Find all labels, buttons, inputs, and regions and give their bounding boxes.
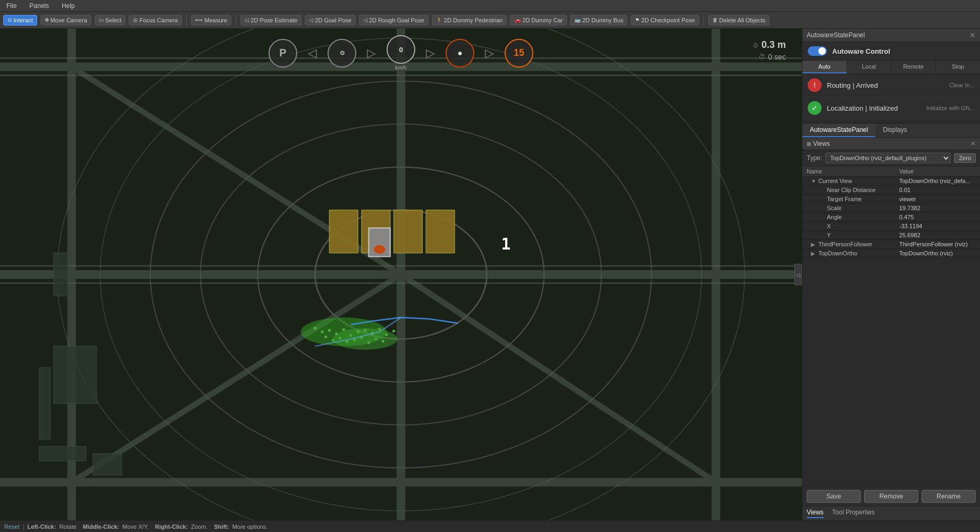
speed-indicator: 0 <box>387 35 415 64</box>
localization-status-text: Localization | Initialized <box>827 104 921 112</box>
tree-expand-icon: ▼ <box>811 178 817 184</box>
tree-scale[interactable]: Scale 19.7382 <box>802 204 980 213</box>
panel-tab-row: AutowareStatePanel Displays <box>802 123 980 138</box>
pose-estimate-button[interactable]: ◁ 2D Pose Estimate <box>240 15 301 26</box>
tree-third-person[interactable]: ▶ ThirdPersonFollower ThirdPersonFollowe… <box>802 240 980 249</box>
shift-label: Shift: <box>214 523 229 530</box>
views-zero-btn[interactable]: Zero <box>954 153 976 163</box>
routing-status-text: Routing | Arrived <box>827 81 944 89</box>
dummy-ped-button[interactable]: 🚶 2D Dummy Pedestrian <box>432 15 507 26</box>
autoware-control-label: Autoware Control <box>832 47 890 55</box>
interact-button[interactable]: ⊙ Interact <box>3 15 37 26</box>
select-button[interactable]: ▭ Select <box>95 15 126 26</box>
svg-point-39 <box>357 330 359 333</box>
tree-x[interactable]: X -33.1194 <box>802 222 980 231</box>
menu-help[interactable]: Help <box>60 1 77 11</box>
dummy-ped-icon: 🚶 <box>436 17 442 23</box>
localization-status-row: ✓ Localization | Initialized Initialize … <box>802 97 980 120</box>
dummy-car-button[interactable]: 🚗 2D Dummy Car <box>510 15 567 26</box>
tree-y-value: 25.6982 <box>895 232 980 238</box>
viewport[interactable]: 1 P ◁ ⊙ ▷ 0 km/h ▷ ● ▷ 15 <box>0 29 802 520</box>
bottom-tabs: Views Tool Properties <box>802 506 980 520</box>
views-icon: ⊞ <box>807 141 811 147</box>
views-tree[interactable]: Name Value ▼ Current View TopDownOrtho (… <box>802 167 980 486</box>
status-sep-1: | <box>23 523 24 530</box>
menu-file[interactable]: File <box>4 1 19 11</box>
views-close-icon[interactable]: ✕ <box>970 140 976 147</box>
autoware-panel-close[interactable]: ✕ <box>969 31 976 39</box>
statusbar: Reset | Left-Click: Rotate Middle-Click:… <box>0 520 980 532</box>
svg-point-45 <box>324 335 327 338</box>
svg-rect-23 <box>93 454 122 475</box>
rough-goal-icon: ◁ <box>363 17 367 23</box>
left-click-label: Left-Click: <box>28 523 56 530</box>
delete-all-button[interactable]: 🗑 Delete All Objects <box>708 15 770 26</box>
menu-panels[interactable]: Panels <box>27 1 51 11</box>
tree-third-person-arrow: ▶ <box>811 242 817 247</box>
panel-collapse-arrow[interactable]: ◁ <box>794 264 802 285</box>
bottom-tab-views[interactable]: Views <box>807 509 824 518</box>
tree-third-person-label: ThirdPersonFollower <box>817 241 895 247</box>
goal-pose-button[interactable]: ◁ 2D Goal Pose <box>305 15 355 26</box>
checkpoint-button[interactable]: ⚑ 2D Checkpoint Pose <box>631 15 699 26</box>
brake-icon: ● <box>457 48 463 58</box>
measure-button[interactable]: ⟺ Measure <box>191 15 231 26</box>
shift-value: More options. <box>232 523 268 530</box>
views-rename-btn[interactable]: Rename <box>922 490 976 503</box>
views-type-select[interactable]: TopDownOrtho (rviz_default_plugins) <box>825 153 951 163</box>
tree-topdown-label: TopDownOrtho <box>817 250 895 256</box>
autoware-toggle[interactable] <box>808 46 827 56</box>
svg-point-52 <box>374 337 377 340</box>
reset-button[interactable]: Reset <box>4 523 20 530</box>
ctrl-tab-local[interactable]: Local <box>847 61 892 73</box>
goal-pose-icon: ◁ <box>309 17 313 23</box>
ctrl-tab-auto[interactable]: Auto <box>802 61 847 73</box>
svg-text:1: 1 <box>501 235 510 253</box>
tree-angle-value: 0.475 <box>895 214 980 220</box>
tree-target-frame[interactable]: Target Frame viewer <box>802 195 980 204</box>
toolbar-separator-2 <box>236 14 236 26</box>
svg-point-48 <box>346 340 348 343</box>
svg-point-30 <box>374 245 386 254</box>
right-panel: AutowareStatePanel ✕ Autoware Control Au… <box>802 29 980 520</box>
toolbar-separator-1 <box>186 14 187 26</box>
tree-y[interactable]: Y 25.6982 <box>802 231 980 240</box>
panel-scrollbar[interactable] <box>802 120 980 123</box>
svg-point-36 <box>335 332 338 335</box>
tree-current-view[interactable]: ▼ Current View TopDownOrtho (rviz_defa..… <box>802 177 980 186</box>
main-area: 1 P ◁ ⊙ ▷ 0 km/h ▷ ● ▷ 15 <box>0 29 980 520</box>
tree-x-value: -33.1194 <box>895 223 980 229</box>
autoware-control-row: Autoware Control <box>802 42 980 61</box>
views-remove-btn[interactable]: Remove <box>864 490 918 503</box>
steering-indicator: ⊙ <box>328 39 356 68</box>
tree-near-clip[interactable]: Near Clip Distance 0.01 <box>802 186 980 195</box>
steering-icon: ⊙ <box>340 49 345 56</box>
svg-rect-28 <box>426 210 455 253</box>
views-title: Views <box>813 140 830 147</box>
middle-click-value: Move X/Y. <box>122 523 148 530</box>
routing-action-btn[interactable]: Clear In... <box>949 82 975 88</box>
tree-current-view-value: TopDownOrtho (rviz_defa... <box>895 178 980 184</box>
views-type-row: Type: TopDownOrtho (rviz_default_plugins… <box>802 150 980 167</box>
tree-col-name-header: Name <box>802 168 895 174</box>
middle-click-label: Middle-Click: <box>83 523 119 530</box>
tab-autoware-state[interactable]: AutowareStatePanel <box>802 123 875 137</box>
tree-header: Name Value <box>802 167 980 177</box>
focus-camera-button[interactable]: ◎ Focus Camera <box>129 15 182 26</box>
dummy-bus-button[interactable]: 🚌 2D Dummy Bus <box>570 15 627 26</box>
tree-col-val-header: Value <box>895 168 980 174</box>
bottom-tab-tool-properties[interactable]: Tool Properties <box>832 509 875 518</box>
rough-goal-button[interactable]: ◁ 2D Rough Goal Pose <box>359 15 429 26</box>
menubar: File Panels Help <box>0 0 980 12</box>
move-camera-button[interactable]: ✥ Move Camera <box>40 15 91 26</box>
interact-icon: ⊙ <box>7 17 12 23</box>
localization-action-btn[interactable]: Initialize with GN... <box>926 105 975 111</box>
ctrl-tab-stop[interactable]: Stop <box>936 61 980 73</box>
ctrl-tab-remote[interactable]: Remote <box>892 61 936 73</box>
tab-displays[interactable]: Displays <box>875 123 914 137</box>
tree-topdown-ortho[interactable]: ▶ TopDownOrtho TopDownOrtho (rviz) <box>802 249 980 258</box>
pose-estimate-icon: ◁ <box>245 17 249 23</box>
svg-rect-22 <box>39 368 50 439</box>
views-save-btn[interactable]: Save <box>807 490 861 503</box>
tree-angle[interactable]: Angle 0.475 <box>802 213 980 222</box>
